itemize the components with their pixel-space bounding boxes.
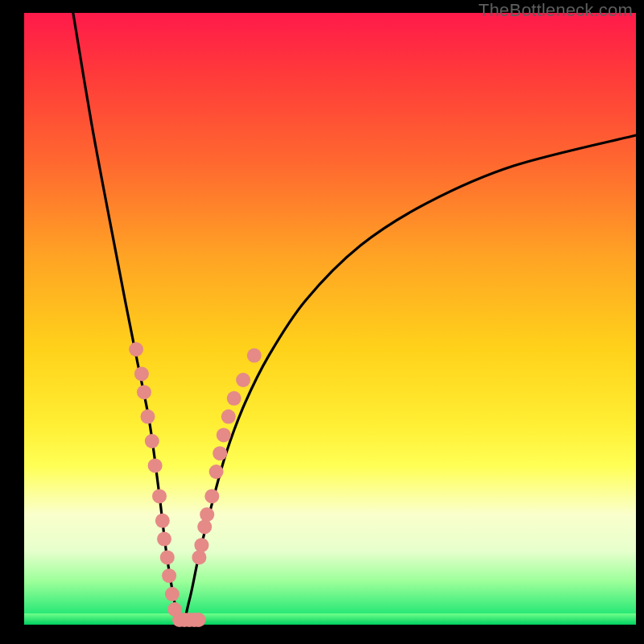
curve-marker <box>200 507 214 522</box>
curve-marker <box>247 349 262 363</box>
curve-marker <box>155 514 170 528</box>
watermark-text: TheBottleneck.com <box>478 0 633 21</box>
curve-marker <box>162 568 176 583</box>
curve-marker <box>236 373 250 387</box>
curve-marker <box>209 464 224 479</box>
curve-marker <box>141 410 155 424</box>
curve-marker <box>152 489 167 503</box>
curve-marker <box>204 489 219 503</box>
curve-marker <box>160 550 175 564</box>
curve-marker <box>192 550 206 564</box>
curve-marker <box>221 410 236 424</box>
curve-marker <box>217 427 231 442</box>
bottleneck-curve-svg <box>24 13 636 625</box>
curve-marker <box>197 519 212 534</box>
curve-marker <box>145 434 159 448</box>
curve-marker <box>227 391 242 406</box>
curve-marker <box>129 342 143 357</box>
chart-stage: TheBottleneck.com <box>0 0 644 644</box>
curve-marker <box>213 446 227 460</box>
curve-marker <box>157 532 171 547</box>
curve-marker <box>192 613 206 627</box>
curve-marker <box>194 538 208 552</box>
curve-marker <box>134 366 149 381</box>
curve-marker <box>165 587 180 601</box>
curve-marker <box>137 385 151 399</box>
plot-area <box>24 13 636 625</box>
bottleneck-curve <box>73 13 636 625</box>
curve-marker <box>148 458 163 473</box>
